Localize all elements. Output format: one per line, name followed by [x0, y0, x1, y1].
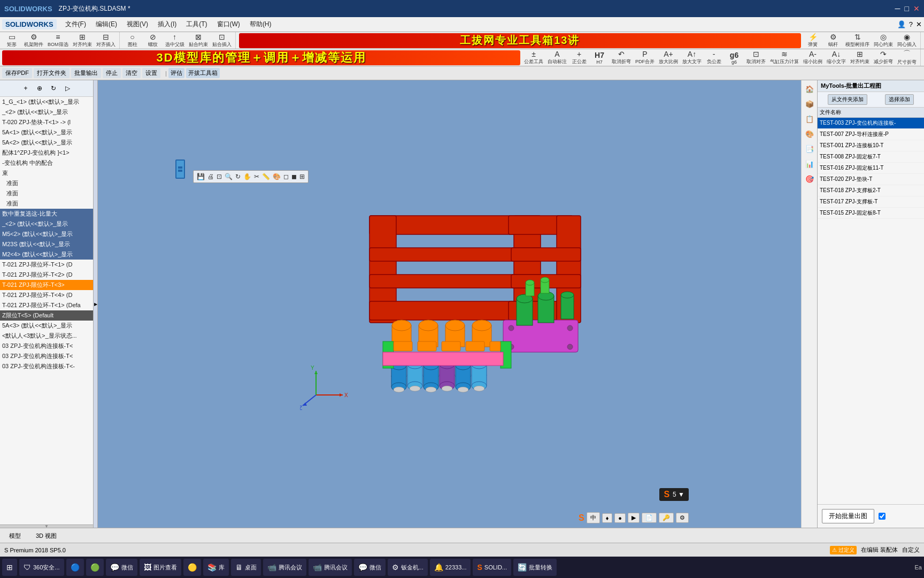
btn-select-add[interactable]: 选择添加: [885, 94, 914, 105]
window-controls[interactable]: ─ □ ✕: [895, 4, 920, 13]
tree-item[interactable]: 03 ZPJ-变位机构连接板-T<: [0, 351, 93, 361]
export-checkbox[interactable]: [879, 513, 886, 520]
tree-item[interactable]: -变位机构 中的配合: [0, 158, 93, 168]
close-icon[interactable]: ✕: [916, 20, 922, 28]
taskbar-meeting2[interactable]: 📹 腾讯会议: [309, 559, 352, 576]
tree-item[interactable]: T-021 ZPJ-限位环-T<3>: [0, 280, 93, 290]
open-folder-btn[interactable]: 打开文件夹: [34, 68, 70, 78]
taskbar-sheetmetal[interactable]: ⚙ 钣金机...: [388, 559, 428, 576]
flt-pan[interactable]: ✋: [242, 172, 252, 181]
taskbar-desktop[interactable]: 🖥 桌面: [231, 559, 261, 576]
menu-help[interactable]: 帮助(H): [245, 19, 276, 30]
tree-item[interactable]: M2<4> (默认<<默认>_显示: [0, 249, 93, 260]
ric-target[interactable]: 🎯: [803, 172, 816, 185]
settings-btn[interactable]: 设置: [142, 68, 160, 78]
btn-spring[interactable]: ⚡弹簧: [803, 32, 822, 49]
btn-text-up[interactable]: A↑放大文字: [681, 49, 703, 66]
tree-item[interactable]: T-021 ZPJ-限位环-T<1> (D: [0, 260, 93, 270]
btn-g6[interactable]: g6g6: [725, 50, 744, 65]
tree-item[interactable]: 03 ZPJ-变位机构连接板-T<: [0, 341, 93, 351]
taskbar-wechat[interactable]: 💬 微信: [106, 559, 137, 576]
ric-parts[interactable]: 📦: [803, 97, 816, 110]
tree-item[interactable]: M23S (默认<<默认>_显示: [0, 239, 93, 249]
menu-edit[interactable]: 编辑(E): [91, 19, 121, 30]
flt-shade[interactable]: ◼: [290, 172, 298, 181]
tree-item[interactable]: 准面: [4, 178, 93, 188]
taskbar-app3[interactable]: 🟡: [183, 559, 201, 576]
menu-view[interactable]: 视图(V): [122, 19, 152, 30]
flt-render[interactable]: 🎨: [272, 172, 282, 181]
li-expand-btn[interactable]: ▷: [61, 82, 73, 94]
menu-file[interactable]: 文件(F): [61, 19, 90, 30]
btn-bom[interactable]: ≡BOM筛选: [46, 32, 70, 49]
taskbar-solidworks[interactable]: S SOLID...: [473, 559, 511, 576]
flt-wire[interactable]: ◻: [282, 172, 290, 181]
btn-scale-down[interactable]: A-缩小比例: [802, 49, 824, 66]
vp-btn-gear[interactable]: ⚙: [676, 513, 689, 523]
flt-print[interactable]: 🖨: [206, 172, 215, 181]
file-item-8[interactable]: TEST-015 ZPJ-固定板8-T: [818, 208, 924, 219]
flt-grid[interactable]: ⊞: [298, 172, 306, 181]
tree-item[interactable]: 准面: [4, 199, 93, 209]
vp-btn-doc[interactable]: 📄: [642, 513, 657, 523]
btn-tolerance-tool[interactable]: ±公差工具: [522, 49, 545, 66]
btn-add-from-folder[interactable]: 从文件夹添加: [828, 94, 867, 105]
btn-fit-insert[interactable]: ⊡贴合插入: [211, 32, 233, 49]
ric-chart[interactable]: 📊: [803, 157, 816, 170]
taskbar-notify[interactable]: 🔔 22333...: [430, 559, 471, 576]
tree-item[interactable]: 束: [0, 168, 93, 178]
file-item-1[interactable]: TEST-007 ZPJ-导杆连接座-P: [818, 129, 924, 140]
batch-export-button[interactable]: 开始批量出图: [822, 509, 874, 523]
flt-rotate[interactable]: ↻: [234, 172, 242, 181]
btn-cylinder-calc[interactable]: ≋气缸压力计算: [768, 49, 800, 66]
li-plus-btn[interactable]: +: [20, 82, 32, 94]
stop-btn[interactable]: 停止: [103, 68, 121, 78]
btn-cancel-align[interactable]: ⊡取消对齐: [745, 49, 767, 66]
btn-auto-dim[interactable]: A自动标注: [546, 49, 568, 66]
maximize-btn[interactable]: □: [905, 4, 909, 13]
btn-concentric-constrain[interactable]: ◎同心约束: [872, 32, 895, 49]
save-pdf-btn[interactable]: 保存PDF: [2, 68, 32, 78]
taskbar-meeting1[interactable]: 📹 腾讯会议: [263, 559, 306, 576]
tree-item[interactable]: _<2> (默认<<默认>_显示: [0, 219, 93, 229]
batch-export-btn[interactable]: 批量输出: [71, 68, 101, 78]
file-item-5[interactable]: TEST-020 ZPJ-垫块-T: [818, 174, 924, 185]
btn-tree-sort[interactable]: ⇅模型树排序: [844, 32, 871, 49]
vp-btn-chinese[interactable]: 中: [587, 512, 600, 523]
btn-rectangle[interactable]: ▭矩形: [2, 32, 21, 49]
tree-item[interactable]: 5A<2> (默认<<默认>_显示: [0, 138, 93, 148]
btn-align-insert[interactable]: ⊟对齐插入: [95, 32, 117, 49]
btn-align-const2[interactable]: ⊞对齐约束: [849, 49, 871, 66]
tree-item[interactable]: T-021 ZPJ-限位环-T<4> (D: [0, 290, 93, 300]
taskbar-imgviewer[interactable]: 🖼 图片查看: [140, 559, 181, 576]
tree-item[interactable]: 03 ZPJ-变位机构连接板-T<-: [0, 361, 93, 371]
tb-open-tools[interactable]: 开拔工具箱: [186, 68, 220, 78]
tree-item[interactable]: T-021 ZPJ-限位环-T<2> (D: [0, 270, 93, 280]
li-rotate-btn[interactable]: ↻: [48, 82, 59, 94]
tree-item[interactable]: 5A<1> (默认<<默认>_显示: [0, 127, 93, 138]
file-item-7[interactable]: TEST-017 ZPJ-支撑板-T: [818, 196, 924, 208]
vp-btn-key[interactable]: 🔑: [659, 513, 674, 523]
btn-frame[interactable]: ⚙机架附件: [22, 32, 45, 49]
tree-item[interactable]: 5A<3> (默认<<默认>_显示: [0, 321, 93, 331]
flt-zoom-area[interactable]: 🔍: [224, 172, 234, 181]
btn-select-parent[interactable]: ↑选中父级: [164, 32, 186, 49]
btn-scale-up[interactable]: A+放大比例: [657, 49, 680, 66]
minimize-btn[interactable]: ─: [895, 4, 900, 13]
tree-item[interactable]: 配体1^ZPJ-变位机构 ]<1>: [0, 148, 93, 158]
taskbar-library[interactable]: 📚 库: [203, 559, 229, 576]
tree-item[interactable]: 准面: [4, 188, 93, 199]
menu-insert[interactable]: 插入(I): [153, 19, 181, 30]
btn-worm[interactable]: ⚙蜗杆: [823, 32, 843, 49]
flt-zoom-fit[interactable]: ⊡: [215, 172, 223, 181]
btn-fit-constrain[interactable]: ⊠贴合约束: [187, 32, 210, 49]
btn-cancel-bend[interactable]: ↶取消折弯: [610, 49, 633, 66]
btn-column[interactable]: ○图柱: [123, 32, 142, 49]
ric-list[interactable]: 📋: [803, 112, 816, 125]
ric-doc[interactable]: 📑: [803, 142, 816, 155]
file-item-2[interactable]: TEST-001 ZPJ-连接板10-T: [818, 140, 924, 151]
tree-item[interactable]: 数中重复选这-比量大: [0, 209, 93, 219]
taskbar-start[interactable]: ⊞: [2, 559, 17, 576]
li-target-btn[interactable]: ⊕: [34, 82, 45, 94]
btn-text-down[interactable]: A↓缩小文字: [825, 49, 848, 66]
